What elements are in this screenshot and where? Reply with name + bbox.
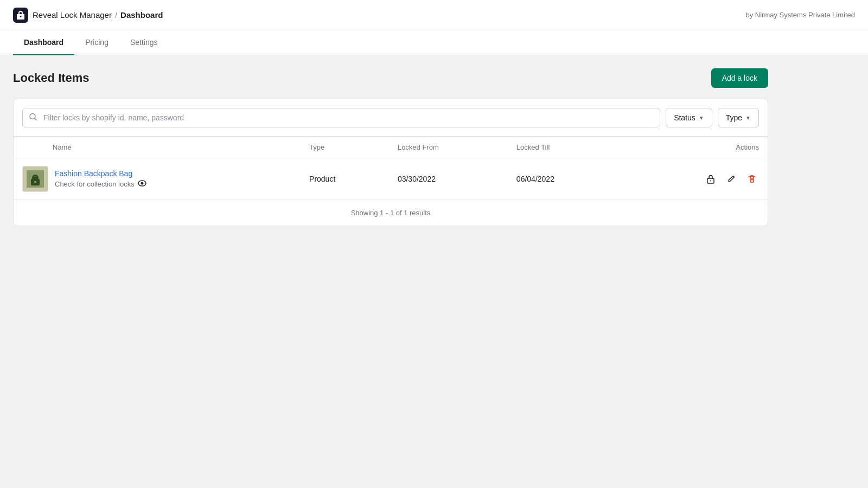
locks-table: Name Type Locked From Locked Till Action… (14, 137, 768, 200)
product-info: Fashion Backpack Bag Check for collectio… (55, 169, 146, 189)
product-sub-row: Check for collection locks (55, 179, 146, 189)
row-locked-till-cell: 06/04/2022 (508, 158, 620, 200)
col-actions: Actions (620, 137, 768, 158)
status-filter-label: Status (674, 113, 695, 122)
table-footer: Showing 1 - 1 of 1 results (14, 200, 768, 226)
status-chevron-icon: ▼ (699, 115, 704, 121)
add-lock-button[interactable]: Add a lock (711, 68, 768, 88)
header-left: Reveal Lock Manager/Dashboard (13, 8, 163, 23)
product-sub-label: Check for collection locks (55, 180, 135, 188)
col-type: Type (301, 137, 389, 158)
col-name: Name (14, 137, 301, 158)
locks-card: Status ▼ Type ▼ Name Type Locked From Lo… (13, 99, 768, 226)
search-icon (29, 113, 37, 123)
type-filter-label: Type (726, 113, 742, 122)
search-input[interactable] (22, 108, 660, 127)
row-actions-cell (620, 158, 768, 200)
page-header: Locked Items Add a lock (13, 68, 768, 88)
header-company: by Nirmay Systems Private Limited (745, 11, 855, 19)
svg-rect-6 (34, 181, 36, 183)
lock-action-button[interactable] (704, 172, 718, 186)
svg-point-10 (710, 181, 711, 182)
product-name-link[interactable]: Fashion Backpack Bag (55, 169, 132, 178)
search-wrapper (22, 108, 660, 127)
tab-pricing[interactable]: Pricing (74, 30, 119, 55)
table-body: Fashion Backpack Bag Check for collectio… (14, 158, 768, 200)
table-row: Fashion Backpack Bag Check for collectio… (14, 158, 768, 200)
type-filter-button[interactable]: Type ▼ (718, 108, 759, 127)
col-locked-till: Locked Till (508, 137, 620, 158)
tab-settings[interactable]: Settings (119, 30, 169, 55)
filters-row: Status ▼ Type ▼ (14, 99, 768, 137)
col-locked-from: Locked From (389, 137, 508, 158)
header-title: Reveal Lock Manager/Dashboard (33, 10, 163, 20)
eye-icon[interactable] (138, 179, 146, 189)
page-title: Locked Items (13, 71, 90, 85)
row-locked-from-cell: 03/30/2022 (389, 158, 508, 200)
tab-dashboard[interactable]: Dashboard (13, 30, 74, 55)
table-head: Name Type Locked From Locked Till Action… (14, 137, 768, 158)
svg-rect-5 (34, 176, 37, 177)
product-thumbnail (22, 166, 48, 192)
product-cell: Fashion Backpack Bag Check for collectio… (22, 166, 292, 192)
pagination-text: Showing 1 - 1 of 1 results (351, 209, 431, 217)
delete-action-button[interactable] (745, 172, 759, 186)
main-content: Locked Items Add a lock Status ▼ Type (0, 55, 781, 239)
nav-tabs: Dashboard Pricing Settings (0, 30, 868, 55)
status-filter-button[interactable]: Status ▼ (666, 108, 712, 127)
svg-line-2 (35, 119, 36, 120)
app-logo-icon (13, 8, 28, 23)
type-chevron-icon: ▼ (745, 115, 751, 121)
row-name-cell: Fashion Backpack Bag Check for collectio… (14, 158, 301, 200)
row-type-cell: Product (301, 158, 389, 200)
app-header: Reveal Lock Manager/Dashboard by Nirmay … (0, 0, 868, 30)
table-header-row: Name Type Locked From Locked Till Action… (14, 137, 768, 158)
svg-point-8 (141, 182, 143, 184)
edit-action-button[interactable] (724, 172, 738, 186)
actions-cell (629, 172, 759, 186)
